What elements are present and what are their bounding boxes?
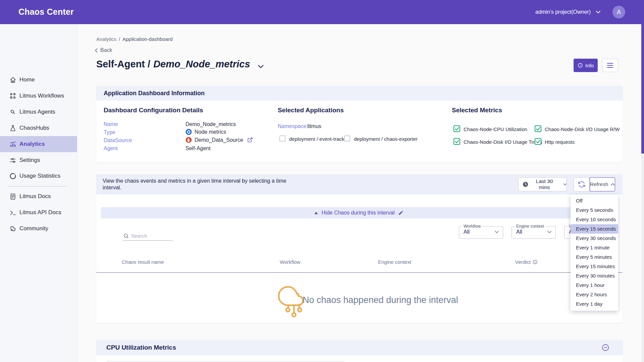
scrollbar-thumb[interactable]	[641, 0, 644, 154]
refresh-icon	[578, 181, 585, 188]
field-label-type: Type	[104, 129, 115, 135]
sidebar-item-label: Analytics	[19, 141, 45, 147]
menu-item-every-15-minutes[interactable]: Every 15 minutes	[571, 262, 618, 271]
info-button[interactable]: Info	[574, 59, 598, 72]
project-selector[interactable]: admin's project(Owner)	[535, 0, 600, 24]
dashboard-info-panel-header: Application Dashboard Information	[96, 86, 623, 101]
sidebar-item-usage-statistics[interactable]: Usage Statistics	[0, 168, 77, 184]
dashboard-switcher-chevron-icon[interactable]	[258, 60, 264, 71]
search-input[interactable]	[131, 233, 170, 239]
scrollbar-track[interactable]	[641, 0, 644, 362]
menu-item-every-5-minutes[interactable]: Every 5 minutes	[571, 252, 618, 262]
sidebar-item-litmus-workflows[interactable]: Litmus Workflows	[0, 88, 77, 104]
edit-pencil-icon[interactable]	[398, 210, 404, 216]
refresh-interval-menu: Off Every 5 seconds Every 10 seconds Eve…	[571, 194, 618, 311]
metric-checkbox-label: Chaos-Node-Disk I/O Usage Times	[464, 139, 542, 145]
external-link-icon[interactable]	[247, 137, 253, 143]
metric-checkbox-label: Chaos-Node-CPU Utilization	[464, 126, 527, 132]
column-header-verdict: Verdict	[515, 259, 538, 265]
chevron-down-icon	[547, 231, 551, 233]
sidebar-item-label: Settings	[19, 157, 40, 164]
app-logo: Chaos Center	[18, 7, 74, 17]
metric-checkbox-disk-times[interactable]	[453, 138, 460, 145]
refresh-now-button[interactable]	[574, 177, 590, 191]
check-icon	[455, 127, 459, 131]
sidebar-item-home[interactable]: Home	[0, 72, 77, 88]
back-button[interactable]: Back	[95, 47, 112, 53]
workflow-filter[interactable]: Workflow All	[459, 224, 503, 239]
metric-checkbox-cpu[interactable]	[453, 125, 460, 132]
sidebar-item-community[interactable]: Community	[0, 221, 77, 237]
field-value-name: Demo_Node_metrics	[185, 121, 236, 127]
minus-circle-icon	[602, 344, 609, 351]
clock-icon	[523, 181, 528, 188]
menu-item-off[interactable]: Off	[571, 196, 618, 205]
chevron-left-icon	[95, 48, 98, 53]
breadcrumb-current: Application-dashboard	[122, 36, 172, 42]
hide-chaos-toggle[interactable]: Hide Chaos during this interval	[101, 207, 617, 219]
chaos-center-app: Chaos Center admin's project(Owner) A Ho…	[0, 0, 644, 362]
info-circle-icon[interactable]	[533, 259, 538, 264]
engine-context-filter[interactable]: Engine context All	[512, 224, 556, 239]
check-icon	[455, 140, 459, 143]
config-details-title: Dashboard Configuration Details	[104, 107, 203, 114]
hamburger-icon	[607, 63, 613, 64]
chevron-down-icon	[495, 231, 499, 233]
sidebar-item-label: ChaosHubs	[19, 125, 49, 131]
menu-item-every-15-seconds[interactable]: Every 15 seconds	[571, 224, 618, 234]
collapse-panel-button[interactable]	[602, 344, 609, 351]
menu-item-every-30-minutes[interactable]: Every 30 minutes	[571, 271, 618, 281]
search-field	[123, 231, 173, 241]
menu-item-every-2-hours[interactable]: Every 2 hours	[571, 290, 618, 299]
app-checkbox-chaos-exporter[interactable]	[344, 135, 350, 141]
field-value-datasource: Demo_Data_Source	[185, 137, 253, 143]
agents-icon	[9, 109, 16, 116]
cpu-metrics-title: CPU Utilization Metrics	[106, 344, 176, 351]
refresh-interval-dropdown[interactable]: Refresh	[590, 177, 615, 191]
sidebar-item-label: Community	[19, 225, 48, 232]
breadcrumb-analytics[interactable]: Analytics	[96, 36, 116, 42]
table-header-divider	[96, 272, 623, 273]
menu-item-every-1-hour[interactable]: Every 1 hour	[571, 281, 618, 290]
menu-item-every-30-seconds[interactable]: Every 30 seconds	[571, 234, 618, 243]
sidebar-item-litmus-docs[interactable]: Litmus Docs	[0, 188, 77, 204]
menu-item-every-1-minute[interactable]: Every 1 minute	[571, 243, 618, 252]
app-checkbox-event-tracker[interactable]	[279, 135, 285, 141]
field-label-name: Name	[104, 121, 118, 127]
column-header-workflow: Workflow	[280, 259, 300, 265]
metric-checkbox-http[interactable]	[535, 138, 541, 145]
community-icon	[9, 225, 16, 232]
interval-description: View the chaos events and metrics in a g…	[103, 178, 304, 191]
sidebar-item-litmus-api-docs[interactable]: Litmus API Docs	[0, 204, 77, 221]
chevron-down-icon	[563, 183, 567, 186]
sidebar-item-litmus-agents[interactable]: Litmus Agents	[0, 104, 77, 120]
time-range-selector[interactable]: Last 30 mins	[518, 177, 567, 191]
metric-checkbox-disk-rw[interactable]	[535, 125, 541, 132]
node-metrics-icon	[185, 129, 192, 135]
menu-item-every-5-seconds[interactable]: Every 5 seconds	[571, 205, 618, 215]
sidebar-item-label: Litmus Workflows	[19, 93, 64, 99]
cpu-metrics-panel: CPU Utilization Metrics	[96, 340, 623, 362]
sidebar-item-chaoshubs[interactable]: ChaosHubs	[0, 120, 77, 136]
metric-checkbox-label: Chaos-Node-Disk I/O Usage R/W	[545, 126, 620, 132]
project-label: admin's project(Owner)	[535, 9, 591, 15]
panel-title: Application Dashboard Information	[104, 90, 205, 97]
sidebar-item-analytics[interactable]: Analytics	[0, 136, 77, 152]
column-header-engine-context: Engine context	[378, 259, 411, 265]
workflows-icon	[9, 93, 16, 100]
field-value-agent: Self-Agent	[185, 145, 211, 152]
chaos-events-panel: View the chaos events and metrics in a g…	[96, 174, 623, 323]
chaoshubs-icon	[9, 125, 16, 132]
menu-item-every-1-day[interactable]: Every 1 day	[571, 299, 618, 309]
dashboard-info-panel: Application Dashboard Information Dashbo…	[96, 86, 623, 162]
avatar[interactable]: A	[612, 6, 625, 18]
triangle-up-icon	[314, 212, 318, 215]
dashboard-options-button[interactable]	[602, 59, 618, 72]
app-checkbox-label: deployment / event-tracker	[289, 136, 349, 142]
selected-metrics-title: Selected Metrics	[452, 107, 502, 114]
agent-name: Self-Agent /	[96, 59, 150, 70]
field-value-type: Node metrics	[185, 129, 226, 135]
menu-item-every-10-seconds[interactable]: Every 10 seconds	[571, 215, 618, 224]
sidebar-item-settings[interactable]: Settings	[0, 152, 77, 168]
settings-icon	[9, 157, 16, 164]
